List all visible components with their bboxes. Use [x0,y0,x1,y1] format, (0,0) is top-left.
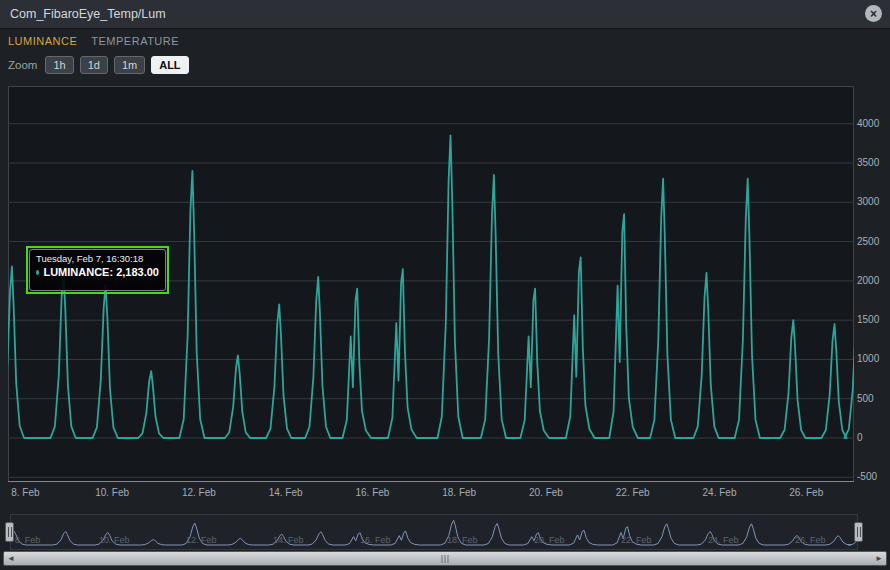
range-navigator[interactable]: 8. Feb10. Feb12. Feb14. Feb16. Feb18. Fe… [10,514,858,551]
x-tick-label: 26. Feb [784,487,828,498]
navigator-tick-label: 10. Feb [94,535,134,545]
y-tick-label: -500 [857,471,877,482]
dialog-window: Com_FibaroEye_Temp/Lum × LUMINANCE TEMPE… [0,0,890,570]
tooltip-series-label: LUMINANCE: [43,266,113,278]
scrollbar-grip[interactable] [442,555,449,563]
navigator-tick-label: 12. Feb [181,535,221,545]
y-tick-label: 2500 [857,236,879,247]
navigator-tick-label: 20. Feb [529,535,569,545]
zoom-label: Zoom [8,59,37,71]
navigator-tick-label: 18. Feb [442,535,482,545]
x-tick-label: 22. Feb [611,487,655,498]
navigator-tick-label: 26. Feb [790,535,830,545]
zoom-1h-button[interactable]: 1h [45,56,73,74]
window-title: Com_FibaroEye_Temp/Lum [10,0,166,28]
x-tick-label: 20. Feb [524,487,568,498]
annotation-highlight-box: Tuesday, Feb 7, 16:30:18 LUMINANCE: 2,18… [26,246,169,294]
y-tick-label: 4000 [857,118,879,129]
navigator-tick-label: 22. Feb [616,535,656,545]
tab-luminance[interactable]: LUMINANCE [8,35,77,47]
x-tick-label: 8. Feb [3,487,47,498]
x-tick-label: 12. Feb [177,487,221,498]
y-tick-label: 500 [857,393,874,404]
tab-temperature[interactable]: TEMPERATURE [91,35,179,47]
chart-tooltip: Tuesday, Feb 7, 16:30:18 LUMINANCE: 2,18… [29,249,166,291]
y-tick-label: 0 [857,432,863,443]
horizontal-scrollbar[interactable]: ◄ ► [3,551,887,566]
x-tick-label: 14. Feb [264,487,308,498]
zoom-1m-button[interactable]: 1m [114,56,145,74]
zoom-1d-button[interactable]: 1d [80,56,108,74]
tab-bar: LUMINANCE TEMPERATURE [8,29,179,52]
close-button[interactable]: × [865,5,882,22]
navigator-tick-label: 16. Feb [355,535,395,545]
navigator-tick-label: 24. Feb [703,535,743,545]
x-axis-labels: 8. Feb10. Feb12. Feb14. Feb16. Feb18. Fe… [8,487,854,501]
x-tick-label: 24. Feb [698,487,742,498]
navigator-tick-label: 14. Feb [268,535,308,545]
series-marker-dot [36,270,39,275]
close-icon: × [870,7,877,21]
y-tick-label: 1500 [857,314,879,325]
y-tick-label: 3500 [857,157,879,168]
y-axis-labels: -50005001000150020002500300035004000 [857,86,889,482]
tooltip-timestamp: Tuesday, Feb 7, 16:30:18 [36,253,159,264]
y-tick-label: 2000 [857,275,879,286]
y-tick-label: 1000 [857,353,879,364]
navigator-left-handle[interactable] [5,522,14,542]
y-tick-label: 3000 [857,196,879,207]
titlebar: Com_FibaroEye_Temp/Lum × [0,0,890,29]
zoom-controls: Zoom 1h 1d 1m ALL [8,53,189,77]
scroll-right-arrow-icon[interactable]: ► [875,553,883,564]
navigator-right-handle[interactable] [854,522,863,542]
x-tick-label: 10. Feb [90,487,134,498]
tooltip-series-line: LUMINANCE: 2,183.00 [36,266,159,278]
x-tick-label: 16. Feb [350,487,394,498]
tooltip-value: 2,183.00 [116,266,159,278]
x-tick-label: 18. Feb [437,487,481,498]
scroll-left-arrow-icon[interactable]: ◄ [7,553,15,564]
zoom-all-button[interactable]: ALL [151,56,188,74]
